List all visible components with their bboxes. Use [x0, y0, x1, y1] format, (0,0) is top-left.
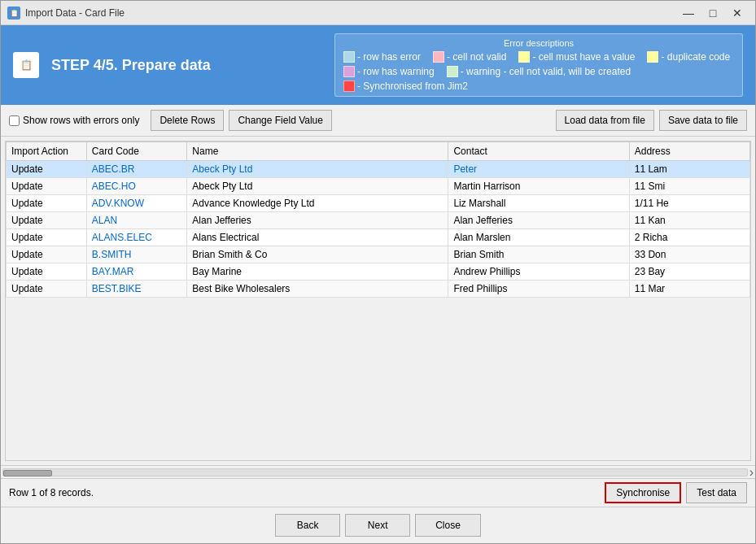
legend-label-duplicate-code: - duplicate code [661, 51, 730, 63]
col-header-address: Address [629, 142, 749, 161]
cell-address: 33 Don [629, 246, 749, 263]
scroll-right-arrow[interactable]: › [749, 465, 754, 480]
legend-cell-not-valid: - cell not valid [433, 51, 506, 63]
legend-row-warning: - row has warning [343, 66, 435, 77]
header: 📋 STEP 4/5. Prepare data Error descripti… [1, 25, 755, 105]
test-data-button[interactable]: Test data [686, 482, 747, 503]
titlebar-left: 📋 Import Data - Card File [7, 7, 125, 20]
cell-contact: Alan Jefferies [448, 212, 629, 229]
cell-action: Update [7, 161, 87, 178]
legend-color-cell-not-valid [433, 51, 444, 63]
footer: Back Next Close [1, 507, 755, 543]
cell-contact: Fred Phillips [448, 281, 629, 298]
toolbar-right: Load data from file Save data to file [556, 110, 747, 131]
cell-address: 11 Smi [629, 178, 749, 195]
cell-name: Alans Electrical [187, 229, 448, 246]
table-row[interactable]: UpdateALANS.ELECAlans ElectricalAlan Mar… [7, 229, 750, 246]
cell-code: ALAN [86, 212, 187, 229]
titlebar: 📋 Import Data - Card File — □ ✕ [1, 1, 755, 25]
statusbar: Row 1 of 8 records. Synchronise Test dat… [1, 478, 755, 507]
close-button[interactable]: Close [415, 514, 481, 537]
show-errors-label[interactable]: Show rows with errors only [23, 115, 139, 126]
legend-duplicate-code: - duplicate code [647, 51, 730, 63]
cell-name: Alan Jefferies [187, 212, 448, 229]
table-row[interactable]: UpdateADV.KNOWAdvance Knowledge Pty LtdL… [7, 195, 750, 212]
row-info-label: Row 1 of 8 records. [9, 487, 94, 498]
legend-label-row-error: - row has error [357, 51, 421, 63]
legend-cell-must-have-value: - cell must have a value [518, 51, 635, 63]
table-row[interactable]: UpdateB.SMITHBrian Smith & CoBrian Smith… [7, 246, 750, 263]
cell-action: Update [7, 212, 87, 229]
cell-address: 2 Richa [629, 229, 749, 246]
cell-code: B.SMITH [86, 246, 187, 263]
table-body: UpdateABEC.BRAbeck Pty LtdPeter11 LamUpd… [7, 161, 750, 298]
table-row[interactable]: UpdateBAY.MARBay MarineAndrew Phillips23… [7, 263, 750, 281]
cell-contact: Alan Marslen [448, 229, 629, 246]
cell-contact: Martin Harrison [448, 178, 629, 195]
show-errors-wrapper[interactable]: Show rows with errors only [9, 115, 139, 126]
window-icon: 📋 [7, 7, 20, 20]
toolbar: Show rows with errors only Delete Rows C… [1, 105, 755, 137]
legend-synchronised: - Synchronised from Jim2 [343, 81, 468, 92]
minimize-button[interactable]: — [677, 4, 700, 22]
legend-row-error: - row has error [343, 51, 421, 63]
legend-color-cell-must-have-value [518, 51, 530, 63]
scrollbar-thumb[interactable] [3, 470, 52, 477]
cell-code: ADV.KNOW [86, 195, 187, 212]
close-window-button[interactable]: ✕ [726, 4, 749, 22]
col-header-code: Card Code [86, 142, 187, 161]
cell-address: 11 Lam [629, 161, 749, 178]
header-icon-symbol: 📋 [20, 59, 33, 71]
back-button[interactable]: Back [275, 514, 340, 537]
legend-items: - row has error - cell not valid - cell … [343, 51, 734, 92]
cell-contact: Liz Marshall [448, 195, 629, 212]
main-window: 📋 Import Data - Card File — □ ✕ 📋 STEP 4… [0, 0, 756, 544]
cell-address: 1/11 He [629, 195, 749, 212]
table-row[interactable]: UpdateALANAlan JefferiesAlan Jefferies11… [7, 212, 750, 229]
legend-label-warning-cell: - warning - cell not valid, will be crea… [461, 66, 631, 77]
step-label: STEP 4/5. Prepare data [51, 57, 211, 74]
col-header-name: Name [187, 142, 448, 161]
table-row[interactable]: UpdateABEC.HOAbeck Pty LtdMartin Harriso… [7, 178, 750, 195]
change-field-button[interactable]: Change Field Value [229, 110, 332, 131]
horizontal-scrollbar[interactable]: › [1, 465, 755, 478]
cell-action: Update [7, 229, 87, 246]
scrollbar-track[interactable] [2, 468, 748, 477]
next-button[interactable]: Next [345, 514, 410, 537]
cell-code: ALANS.ELEC [86, 229, 187, 246]
cell-name: Abeck Pty Ltd [187, 161, 448, 178]
cell-name: Advance Knowledge Pty Ltd [187, 195, 448, 212]
legend-label-synchronised: - Synchronised from Jim2 [357, 81, 468, 92]
load-data-button[interactable]: Load data from file [556, 110, 654, 131]
cell-code: ABEC.BR [86, 161, 187, 178]
window-title: Import Data - Card File [25, 7, 125, 19]
cell-address: 11 Mar [629, 281, 749, 298]
error-legend-title: Error descriptions [343, 38, 734, 48]
col-header-contact: Contact [448, 142, 629, 161]
cell-action: Update [7, 246, 87, 263]
data-table: Import Action Card Code Name Contact Add… [6, 141, 750, 298]
table-row[interactable]: UpdateBEST.BIKEBest Bike WholesalersFred… [7, 281, 750, 298]
legend-color-duplicate-code [647, 51, 658, 63]
maximize-button[interactable]: □ [701, 4, 724, 22]
legend-color-synchronised [343, 81, 355, 92]
save-data-button[interactable]: Save data to file [659, 110, 747, 131]
table-row[interactable]: UpdateABEC.BRAbeck Pty LtdPeter11 Lam [7, 161, 750, 178]
data-table-container[interactable]: Import Action Card Code Name Contact Add… [5, 141, 751, 461]
cell-action: Update [7, 178, 87, 195]
cell-address: 11 Kan [629, 212, 749, 229]
header-icon: 📋 [13, 52, 39, 78]
cell-contact: Peter [448, 161, 629, 178]
cell-action: Update [7, 281, 87, 298]
cell-name: Brian Smith & Co [187, 246, 448, 263]
cell-code: ABEC.HO [86, 178, 187, 195]
cell-address: 23 Bay [629, 263, 749, 281]
cell-name: Abeck Pty Ltd [187, 178, 448, 195]
table-header-row: Import Action Card Code Name Contact Add… [7, 142, 750, 161]
legend-color-row-warning [343, 66, 355, 77]
legend-label-cell-not-valid: - cell not valid [447, 51, 506, 63]
synchronise-button[interactable]: Synchronise [605, 482, 681, 503]
show-errors-checkbox[interactable] [9, 115, 20, 126]
delete-rows-button[interactable]: Delete Rows [151, 110, 224, 131]
legend-label-cell-must-have-value: - cell must have a value [532, 51, 635, 63]
